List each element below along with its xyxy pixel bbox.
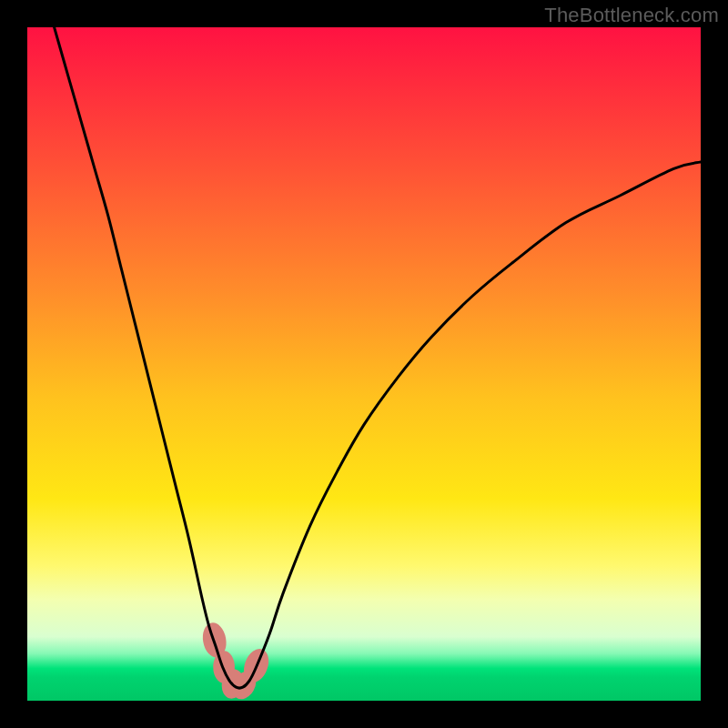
chart-frame: TheBottleneck.com: [0, 0, 728, 728]
plot-area: [27, 27, 701, 701]
heat-gradient-rect: [27, 27, 701, 701]
attribution-label: TheBottleneck.com: [544, 4, 719, 27]
chart-svg: [27, 27, 701, 701]
